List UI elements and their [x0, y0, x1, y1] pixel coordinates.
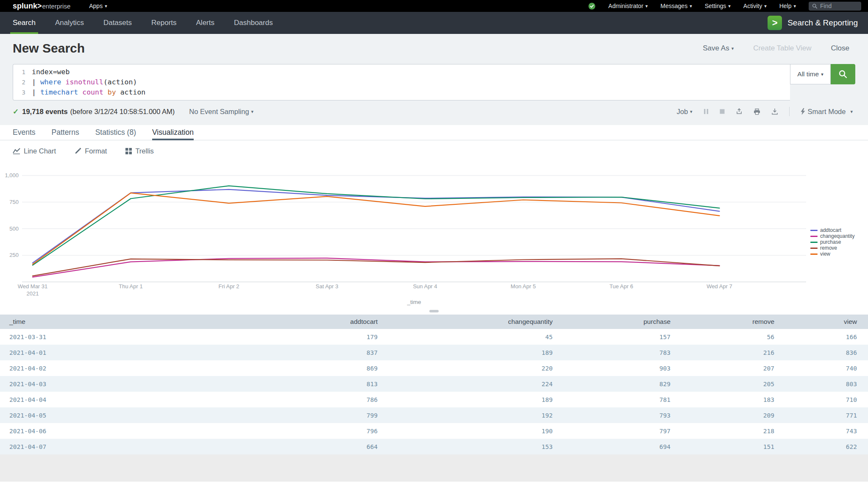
- cell-value[interactable]: 813: [266, 376, 389, 392]
- cell-value[interactable]: 803: [785, 376, 868, 392]
- cell-value[interactable]: 781: [564, 392, 682, 407]
- nav-alerts[interactable]: Alerts: [196, 12, 214, 34]
- cell-value[interactable]: 216: [682, 345, 785, 360]
- cell-time[interactable]: 2021-04-07: [0, 439, 266, 454]
- column-header-remove[interactable]: remove: [682, 315, 785, 329]
- cell-value[interactable]: 45: [389, 329, 564, 345]
- column-header-time[interactable]: _time: [0, 315, 266, 329]
- system-status-icon[interactable]: [588, 3, 595, 10]
- cell-value[interactable]: 796: [266, 423, 389, 439]
- cell-value[interactable]: 209: [682, 407, 785, 423]
- cell-value[interactable]: 220: [389, 360, 564, 376]
- splunk-logo[interactable]: splunk > enterprise: [13, 2, 70, 11]
- cell-value[interactable]: 664: [266, 439, 389, 454]
- tab-events[interactable]: Events: [13, 125, 36, 140]
- stop-button[interactable]: [720, 109, 725, 114]
- activity-menu[interactable]: Activity▾: [743, 3, 767, 9]
- export-button[interactable]: [771, 108, 778, 115]
- spl-query-text[interactable]: | timechart count by action: [32, 87, 145, 98]
- line-chart[interactable]: 2505007501,000Wed Mar 312021Thu Apr 1Fri…: [0, 162, 868, 308]
- spl-editor[interactable]: 1index=web2| where isnotnull(action)3| t…: [13, 64, 790, 100]
- cell-value[interactable]: 189: [389, 392, 564, 407]
- save-as-button[interactable]: Save As▾: [703, 44, 734, 53]
- cell-time[interactable]: 2021-04-02: [0, 360, 266, 376]
- search-mode-menu[interactable]: Smart Mode ▾: [801, 108, 853, 116]
- cell-value[interactable]: 183: [682, 392, 785, 407]
- legend-item[interactable]: purchase: [810, 239, 854, 245]
- cell-value[interactable]: 710: [785, 392, 868, 407]
- cell-value[interactable]: 205: [682, 376, 785, 392]
- tab-patterns[interactable]: Patterns: [52, 125, 79, 140]
- tab-visualization[interactable]: Visualization: [152, 125, 194, 140]
- cell-value[interactable]: 903: [564, 360, 682, 376]
- find-input[interactable]: [820, 3, 857, 9]
- format-button[interactable]: Format: [75, 147, 107, 155]
- cell-value[interactable]: 56: [682, 329, 785, 345]
- legend-item[interactable]: addtocart: [810, 227, 854, 233]
- cell-value[interactable]: 190: [389, 423, 564, 439]
- spl-query-text[interactable]: index=web: [32, 67, 70, 77]
- pause-button[interactable]: [704, 109, 709, 114]
- chart-resize-handle[interactable]: [429, 310, 439, 312]
- cell-time[interactable]: 2021-04-01: [0, 345, 266, 360]
- cell-value[interactable]: 207: [682, 360, 785, 376]
- event-count[interactable]: 19,718 events: [22, 108, 67, 116]
- close-button[interactable]: Close: [831, 44, 849, 53]
- cell-value[interactable]: 179: [266, 329, 389, 345]
- column-header-purchase[interactable]: purchase: [564, 315, 682, 329]
- cell-time[interactable]: 2021-04-05: [0, 407, 266, 423]
- cell-time[interactable]: 2021-04-06: [0, 423, 266, 439]
- nav-search[interactable]: Search: [13, 12, 36, 34]
- cell-value[interactable]: 786: [266, 392, 389, 407]
- print-button[interactable]: [754, 109, 760, 115]
- cell-value[interactable]: 157: [564, 329, 682, 345]
- cell-value[interactable]: 153: [389, 439, 564, 454]
- cell-value[interactable]: 224: [389, 376, 564, 392]
- app-context-menu[interactable]: > Search & Reporting: [768, 12, 858, 34]
- cell-value[interactable]: 869: [266, 360, 389, 376]
- cell-value[interactable]: 192: [389, 407, 564, 423]
- cell-time[interactable]: 2021-04-03: [0, 376, 266, 392]
- nav-reports[interactable]: Reports: [151, 12, 177, 34]
- cell-value[interactable]: 793: [564, 407, 682, 423]
- trellis-button[interactable]: Trellis: [125, 147, 153, 155]
- cell-value[interactable]: 218: [682, 423, 785, 439]
- share-button[interactable]: [736, 108, 743, 115]
- tab-statistics[interactable]: Statistics (8): [95, 125, 136, 140]
- settings-menu[interactable]: Settings▾: [705, 3, 731, 9]
- column-header-changequantity[interactable]: changequantity: [389, 315, 564, 329]
- cell-value[interactable]: 837: [266, 345, 389, 360]
- cell-value[interactable]: 151: [682, 439, 785, 454]
- help-menu[interactable]: Help▾: [779, 3, 796, 9]
- messages-menu[interactable]: Messages▾: [660, 3, 692, 9]
- spl-query-text[interactable]: | where isnotnull(action): [32, 77, 137, 87]
- legend-item[interactable]: changequantity: [810, 233, 854, 239]
- nav-dashboards[interactable]: Dashboards: [234, 12, 273, 34]
- cell-value[interactable]: 797: [564, 423, 682, 439]
- column-header-addtocart[interactable]: addtocart: [266, 315, 389, 329]
- cell-value[interactable]: 694: [564, 439, 682, 454]
- search-button[interactable]: [831, 64, 855, 84]
- find-search[interactable]: [809, 2, 861, 11]
- administrator-menu[interactable]: Administrator▾: [608, 3, 648, 9]
- cell-value[interactable]: 622: [785, 439, 868, 454]
- cell-value[interactable]: 166: [785, 329, 868, 345]
- cell-value[interactable]: 771: [785, 407, 868, 423]
- column-header-view[interactable]: view: [785, 315, 868, 329]
- chart-type-button[interactable]: Line Chart: [13, 147, 56, 155]
- job-menu[interactable]: Job▾: [676, 108, 692, 116]
- legend-item[interactable]: remove: [810, 245, 854, 251]
- apps-menu[interactable]: Apps ▾: [89, 3, 107, 9]
- nav-datasets[interactable]: Datasets: [103, 12, 132, 34]
- cell-value[interactable]: 836: [785, 345, 868, 360]
- cell-value[interactable]: 829: [564, 376, 682, 392]
- cell-time[interactable]: 2021-03-31: [0, 329, 266, 345]
- event-sampling-menu[interactable]: No Event Sampling▾: [189, 108, 253, 116]
- create-table-view-button[interactable]: Create Table View: [753, 44, 811, 53]
- cell-value[interactable]: 799: [266, 407, 389, 423]
- time-range-picker[interactable]: All time ▾: [790, 64, 831, 84]
- cell-value[interactable]: 189: [389, 345, 564, 360]
- cell-value[interactable]: 743: [785, 423, 868, 439]
- cell-value[interactable]: 740: [785, 360, 868, 376]
- nav-analytics[interactable]: Analytics: [55, 12, 84, 34]
